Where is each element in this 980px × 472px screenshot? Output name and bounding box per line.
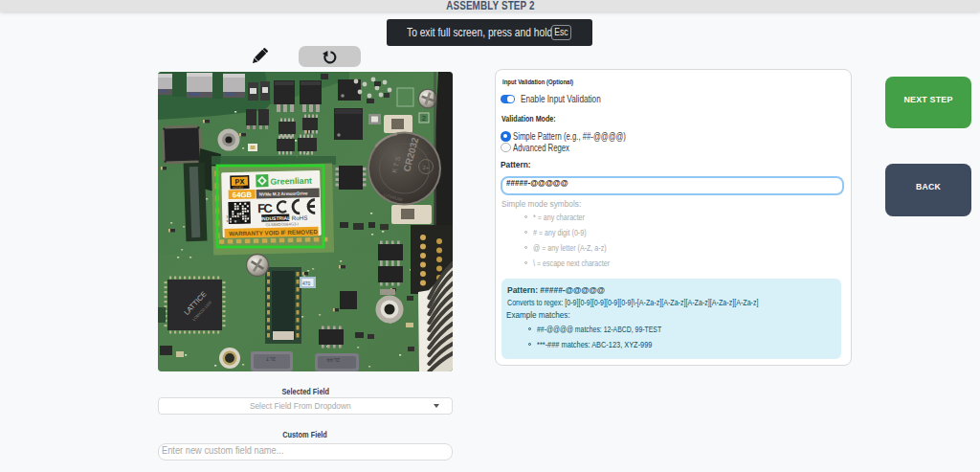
svg-text:WR 9235: WR 9235 [226,219,240,223]
svg-text:INDUSTRIAL: INDUSTRIAL [261,215,291,222]
svg-text:SERIES: SERIES [233,186,243,190]
svg-text:RoHS: RoHS [292,214,308,221]
svg-text:2+: 2+ [423,165,430,170]
svg-text:64GB: 64GB [233,191,253,199]
svg-text:470: 470 [302,281,311,286]
svg-text:2: 2 [422,115,426,122]
svg-text:2L7: 2L7 [265,356,276,362]
svg-text:Greenliant: Greenliant [270,176,312,187]
svg-text:2L44: 2L44 [326,357,340,363]
svg-text:GLS86DO064G3-I: GLS86DO064G3-I [265,221,299,227]
svg-text:FC: FC [257,201,274,215]
